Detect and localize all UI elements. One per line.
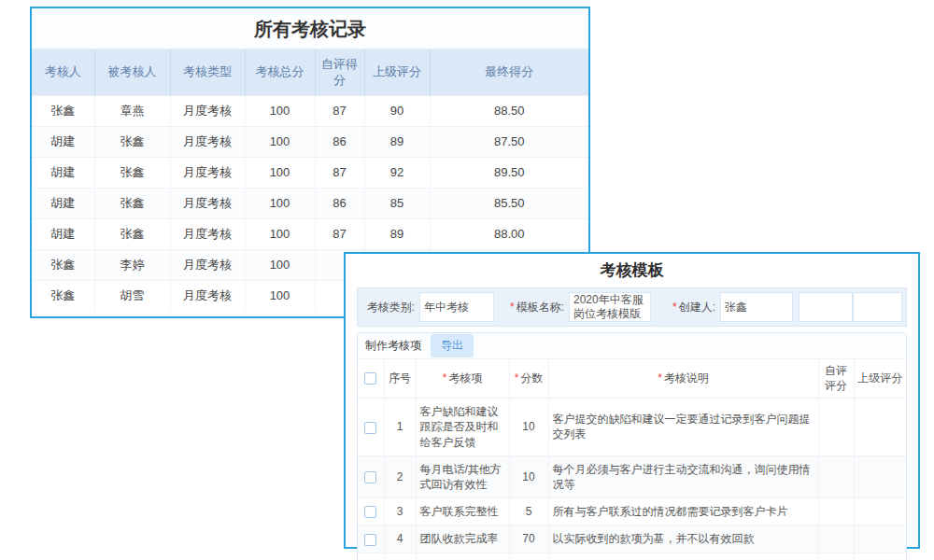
item-row: 3客户联系完整性5所有与客户联系过的情况都需要记录到客户卡片 xyxy=(358,498,906,525)
creator-field[interactable]: 张鑫 xyxy=(720,292,793,322)
item-cell-superior-score xyxy=(854,399,906,456)
column-header-self-score: 自评评分 xyxy=(818,359,854,399)
item-cell-index: 2 xyxy=(384,455,416,497)
record-cell: 86 xyxy=(315,126,364,157)
records-header-row: 考核人 被考核人 考核类型 考核总分 自评得分 上级评分 最终得分 xyxy=(32,49,588,95)
items-table: 序号 *考核项 *分数 *考核说明 自评评分 上级评分 1客户缺陷和建议跟踪是否… xyxy=(358,359,906,560)
item-cell-index: 4 xyxy=(384,525,416,553)
record-cell: 月度考核 xyxy=(170,218,245,249)
column-header-score: *分数 xyxy=(509,359,548,399)
template-name-field[interactable]: 2020年中客服岗位考核模版 xyxy=(569,292,651,322)
record-cell: 86 xyxy=(315,188,364,218)
item-cell-superior-score xyxy=(854,455,906,497)
item-row: 4团队收款完成率70以实际收到的款项为基，并不以有效回款 xyxy=(358,525,906,553)
checkbox-cell xyxy=(358,525,384,553)
item-cell-self-score xyxy=(818,498,854,525)
row-checkbox[interactable] xyxy=(364,471,376,483)
checkbox-cell xyxy=(358,553,384,560)
record-cell: 85.50 xyxy=(430,188,588,218)
records-panel-title: 所有考核记录 xyxy=(32,8,588,49)
export-button[interactable]: 导出 xyxy=(431,334,474,357)
checkbox-cell xyxy=(358,455,384,497)
item-row: 5工作态度、素质能力5积极主动沟通问题，对客户热情真诚 xyxy=(358,553,906,560)
record-cell: 100 xyxy=(245,218,315,249)
item-cell-item: 工作态度、素质能力 xyxy=(416,553,509,560)
category-field[interactable]: 年中考核 xyxy=(419,292,494,322)
select-all-checkbox[interactable] xyxy=(364,372,376,385)
table-row: 张鑫章燕月度考核100879088.50 xyxy=(32,95,588,126)
items-section: 制作考核项 导出 序号 *考核项 *分数 *考核说明 自评评分 上级评分 1客户… xyxy=(357,332,907,560)
required-asterisk: * xyxy=(658,371,662,385)
required-asterisk: * xyxy=(515,371,519,385)
column-header-self-score: 自评得分 xyxy=(315,49,364,95)
item-cell-score: 5 xyxy=(509,498,548,525)
record-cell: 张鑫 xyxy=(94,218,170,249)
template-panel-title: 考核模板 xyxy=(346,254,918,286)
column-header-superior-score: 上级评分 xyxy=(854,359,906,399)
record-cell: 100 xyxy=(245,126,315,157)
record-cell: 李婷 xyxy=(94,249,170,280)
item-cell-score: 5 xyxy=(509,553,548,560)
item-cell-index: 3 xyxy=(384,498,416,525)
record-cell: 92 xyxy=(364,157,430,188)
record-cell: 张鑫 xyxy=(32,95,94,126)
record-cell: 87 xyxy=(315,157,364,188)
column-header-type: 考核类型 xyxy=(170,49,245,95)
column-header-assessed: 被考核人 xyxy=(94,49,170,95)
items-header-row: 序号 *考核项 *分数 *考核说明 自评评分 上级评分 xyxy=(358,359,906,399)
record-cell: 100 xyxy=(245,157,315,188)
item-cell-index: 5 xyxy=(384,553,416,560)
item-cell-self-score xyxy=(818,525,854,553)
item-cell-score: 10 xyxy=(509,399,548,456)
record-cell: 张鑫 xyxy=(94,126,170,157)
item-cell-description: 以实际收到的款项为基，并不以有效回款 xyxy=(548,525,818,553)
item-cell-item: 客户缺陷和建议跟踪是否及时和给客户反馈 xyxy=(416,399,509,456)
item-cell-description: 所有与客户联系过的情况都需要记录到客户卡片 xyxy=(548,498,818,525)
record-cell: 87 xyxy=(315,218,364,249)
template-form: 考核类别: 年中考核 *模板名称: 2020年中客服岗位考核模版 *创建人: 张… xyxy=(357,287,907,327)
record-cell: 章燕 xyxy=(94,95,170,126)
record-cell: 胡建 xyxy=(32,218,94,249)
item-cell-item: 团队收款完成率 xyxy=(416,525,509,553)
record-cell: 87.50 xyxy=(430,126,588,157)
form-empty-cell xyxy=(799,292,853,322)
record-cell: 100 xyxy=(245,249,315,280)
item-cell-description: 积极主动沟通问题，对客户热情真诚 xyxy=(548,553,818,560)
record-cell: 胡建 xyxy=(32,126,94,157)
column-header-assessor: 考核人 xyxy=(32,49,94,95)
column-header-description: *考核说明 xyxy=(548,359,818,399)
record-cell: 月度考核 xyxy=(170,95,245,126)
checkbox-cell xyxy=(358,498,384,525)
column-header-final-score: 最终得分 xyxy=(430,49,588,95)
record-cell: 月度考核 xyxy=(170,157,245,188)
column-header-total: 考核总分 xyxy=(245,49,315,95)
record-cell: 87 xyxy=(315,95,364,126)
record-cell: 100 xyxy=(245,188,315,218)
item-cell-superior-score xyxy=(854,553,906,560)
item-cell-index: 1 xyxy=(384,399,416,456)
item-cell-score: 10 xyxy=(509,455,548,497)
row-checkbox[interactable] xyxy=(364,534,376,546)
item-cell-self-score xyxy=(818,553,854,560)
item-cell-self-score xyxy=(818,399,854,456)
record-cell: 88.50 xyxy=(430,95,588,126)
record-cell: 89 xyxy=(364,126,430,157)
item-cell-score: 70 xyxy=(509,525,548,553)
record-cell: 胡建 xyxy=(32,157,94,188)
record-cell: 月度考核 xyxy=(170,188,245,218)
record-cell: 张鑫 xyxy=(94,188,170,218)
record-cell: 89 xyxy=(364,218,430,249)
row-checkbox[interactable] xyxy=(364,506,376,518)
item-row: 1客户缺陷和建议跟踪是否及时和给客户反馈10客户提交的缺陷和建议一定要通过记录到… xyxy=(358,399,906,456)
record-cell: 月度考核 xyxy=(170,249,245,280)
record-cell: 88.00 xyxy=(430,218,588,249)
table-row: 胡建张鑫月度考核100879289.50 xyxy=(32,157,588,188)
row-checkbox[interactable] xyxy=(364,422,376,434)
checkbox-cell xyxy=(358,399,384,456)
table-row: 胡建张鑫月度考核100868585.50 xyxy=(32,188,588,218)
item-cell-item: 每月电话/其他方式回访有效性 xyxy=(416,455,509,497)
items-toolbar: 制作考核项 导出 xyxy=(358,333,906,359)
template-panel: 考核模板 考核类别: 年中考核 *模板名称: 2020年中客服岗位考核模版 *创… xyxy=(344,252,920,549)
record-cell: 85 xyxy=(364,188,430,218)
item-cell-superior-score xyxy=(854,525,906,553)
